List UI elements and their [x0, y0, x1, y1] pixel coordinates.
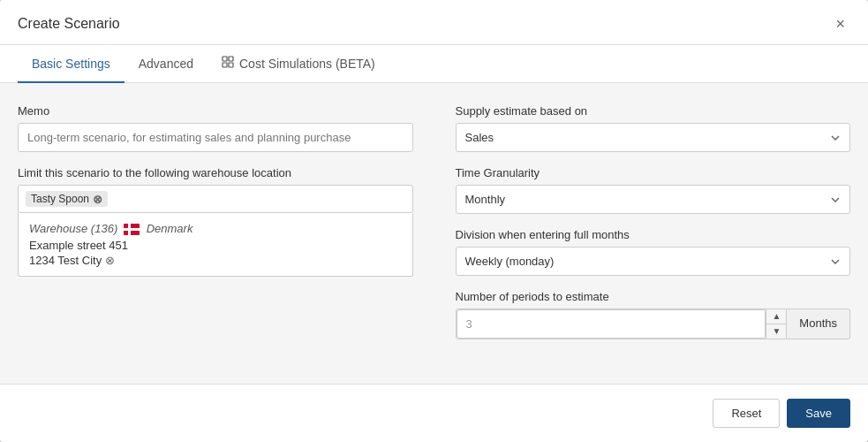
- location-input-wrapper[interactable]: Tasty Spoon ⊗: [18, 185, 413, 213]
- tab-cost-simulations[interactable]: Cost Simulations (BETA): [208, 45, 389, 83]
- reset-button[interactable]: Reset: [713, 399, 780, 428]
- granularity-label: Time Granularity: [456, 166, 851, 179]
- tab-bar: Basic SettingsAdvanced Cost Simulations …: [0, 45, 868, 83]
- granularity-select[interactable]: Daily Weekly Monthly Quarterly Yearly: [456, 185, 851, 214]
- warehouse-name-row: Warehouse (136) Denmark: [29, 222, 402, 235]
- location-tag-text: Tasty Spoon: [31, 193, 89, 205]
- supply-field-group: Supply estimate based on Sales Orders Bo…: [456, 104, 851, 152]
- remove-location-button[interactable]: ⊗: [105, 254, 115, 267]
- location-label: Limit this scenario to the following war…: [18, 166, 413, 179]
- svg-rect-0: [223, 57, 227, 61]
- periods-label: Number of periods to estimate: [456, 290, 851, 303]
- close-button[interactable]: ×: [830, 14, 850, 34]
- create-scenario-dialog: Create Scenario × Basic SettingsAdvanced…: [0, 0, 868, 442]
- warehouse-city: 1234 Test City: [29, 254, 102, 267]
- svg-rect-1: [229, 57, 233, 61]
- memo-label: Memo: [18, 104, 413, 118]
- warehouse-country: Denmark: [147, 222, 193, 235]
- tab-advanced[interactable]: Advanced: [125, 45, 208, 83]
- supply-label: Supply estimate based on: [456, 104, 851, 118]
- periods-unit: Months: [787, 309, 850, 339]
- dialog-footer: Reset Save: [0, 384, 868, 442]
- denmark-flag: [124, 224, 140, 235]
- division-select-wrapper: Daily Weekly (monday) Weekly (sunday): [456, 247, 851, 276]
- granularity-select-wrapper: Daily Weekly Monthly Quarterly Yearly: [456, 185, 851, 214]
- location-tag-remove[interactable]: ⊗: [93, 194, 102, 205]
- periods-input[interactable]: [457, 309, 766, 339]
- left-panel: Memo Limit this scenario to the followin…: [18, 104, 434, 362]
- periods-input-wrapper: ▲ ▼: [456, 309, 788, 339]
- location-tag: Tasty Spoon ⊗: [26, 191, 108, 207]
- warehouse-city-row: 1234 Test City ⊗: [29, 254, 402, 267]
- division-field-group: Division when entering full months Daily…: [456, 228, 851, 276]
- periods-row: ▲ ▼ Months: [456, 309, 851, 339]
- memo-input[interactable]: [18, 123, 413, 152]
- dialog-title: Create Scenario: [18, 16, 120, 32]
- spinner-down-button[interactable]: ▼: [766, 324, 786, 339]
- save-button[interactable]: Save: [787, 399, 850, 428]
- location-info: Warehouse (136) Denmark Example street 4…: [18, 213, 413, 277]
- dialog-header: Create Scenario ×: [0, 0, 868, 45]
- right-panel: Supply estimate based on Sales Orders Bo…: [434, 104, 851, 362]
- division-label: Division when entering full months: [456, 228, 851, 241]
- dialog-body: Memo Limit this scenario to the followin…: [0, 83, 868, 384]
- spinner-up-button[interactable]: ▲: [766, 309, 786, 324]
- tab-label-basic-settings: Basic Settings: [32, 57, 110, 71]
- svg-rect-3: [229, 63, 233, 67]
- grid-icon: [222, 56, 234, 71]
- svg-rect-2: [223, 63, 227, 67]
- memo-field-group: Memo: [18, 104, 413, 152]
- supply-select-wrapper: Sales Orders Both: [456, 123, 851, 152]
- tab-label-cost-simulations: Cost Simulations (BETA): [239, 57, 375, 71]
- tab-label-advanced: Advanced: [139, 57, 193, 71]
- periods-field-group: Number of periods to estimate ▲ ▼ Months: [456, 290, 851, 339]
- tab-basic-settings[interactable]: Basic Settings: [18, 45, 125, 83]
- division-select[interactable]: Daily Weekly (monday) Weekly (sunday): [456, 247, 851, 276]
- warehouse-name: Warehouse (136): [29, 222, 117, 235]
- granularity-field-group: Time Granularity Daily Weekly Monthly Qu…: [456, 166, 851, 214]
- spinner-buttons: ▲ ▼: [766, 309, 786, 339]
- supply-select[interactable]: Sales Orders Both: [456, 123, 851, 152]
- location-field-group: Limit this scenario to the following war…: [18, 166, 413, 277]
- warehouse-address: Example street 451: [29, 239, 402, 252]
